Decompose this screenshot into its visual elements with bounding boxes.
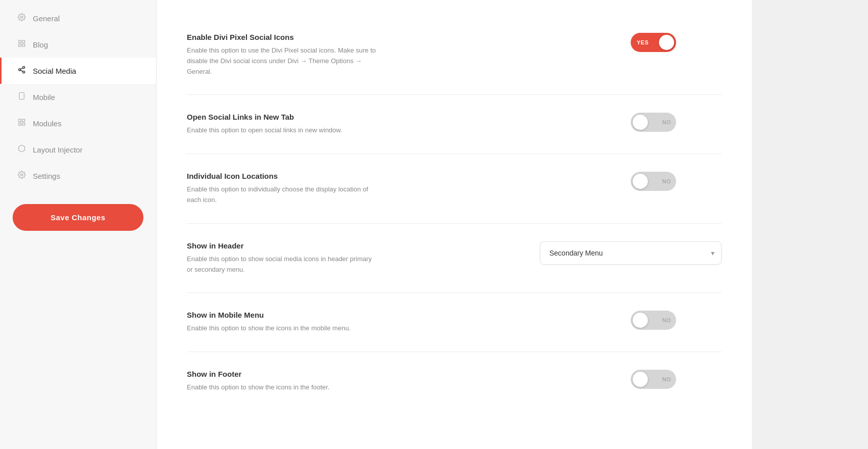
svg-point-16 bbox=[21, 174, 23, 176]
sidebar-item-settings[interactable]: Settings bbox=[0, 163, 156, 189]
setting-row-show-in-footer: Show in Footer Enable this option to sho… bbox=[187, 352, 722, 411]
svg-line-8 bbox=[21, 70, 23, 72]
setting-description-show-in-mobile-menu: Enable this option to show the icons in … bbox=[187, 323, 379, 334]
svg-point-6 bbox=[19, 69, 21, 71]
setting-label-show-in-mobile-menu: Show in Mobile Menu Enable this option t… bbox=[187, 311, 399, 334]
svg-point-7 bbox=[23, 71, 25, 73]
svg-rect-15 bbox=[19, 123, 21, 125]
sidebar-item-blog[interactable]: Blog bbox=[0, 31, 156, 58]
sidebar: General Blog Social Media Mobile Modules… bbox=[0, 0, 157, 449]
setting-row-show-in-mobile-menu: Show in Mobile Menu Enable this option t… bbox=[187, 293, 722, 352]
sidebar-item-label: Layout Injector bbox=[33, 145, 82, 154]
sidebar-item-label: General bbox=[33, 14, 60, 23]
toggle-individual-icon-locations[interactable]: NO bbox=[631, 172, 676, 191]
right-panel bbox=[752, 0, 868, 449]
setting-title-show-in-header: Show in Header bbox=[187, 241, 379, 250]
mobile-icon bbox=[17, 92, 27, 102]
sidebar-item-label: Settings bbox=[33, 172, 60, 180]
toggle-knob-open-social-links-new-tab bbox=[633, 115, 648, 130]
toggle-knob-individual-icon-locations bbox=[633, 174, 648, 189]
save-button-container: Save Changes bbox=[13, 204, 143, 231]
svg-rect-4 bbox=[19, 44, 21, 46]
social-media-icon bbox=[17, 66, 27, 76]
dropdown-show-in-header[interactable]: Primary MenuSecondary MenuBothNone bbox=[540, 241, 722, 265]
setting-control-show-in-header: Primary MenuSecondary MenuBothNone ▾ bbox=[540, 241, 722, 265]
general-icon bbox=[17, 13, 27, 23]
setting-title-open-social-links-new-tab: Open Social Links in New Tab bbox=[187, 113, 379, 121]
toggle-show-in-footer[interactable]: NO bbox=[631, 370, 676, 389]
toggle-label-show-in-footer: NO bbox=[662, 376, 672, 382]
setting-description-individual-icon-locations: Enable this option to individually choos… bbox=[187, 184, 379, 206]
toggle-label-enable-social-icons: YES bbox=[637, 39, 649, 45]
setting-title-individual-icon-locations: Individual Icon Locations bbox=[187, 172, 379, 180]
settings-icon bbox=[17, 171, 27, 181]
sidebar-item-general[interactable]: General bbox=[0, 5, 156, 31]
svg-line-9 bbox=[21, 68, 23, 69]
sidebar-item-modules[interactable]: Modules bbox=[0, 110, 156, 136]
sidebar-item-mobile[interactable]: Mobile bbox=[0, 84, 156, 110]
setting-label-open-social-links-new-tab: Open Social Links in New Tab Enable this… bbox=[187, 113, 399, 136]
setting-description-show-in-footer: Enable this option to show the icons in … bbox=[187, 382, 379, 393]
setting-title-enable-social-icons: Enable Divi Pixel Social Icons bbox=[187, 33, 379, 41]
setting-title-show-in-mobile-menu: Show in Mobile Menu bbox=[187, 311, 379, 319]
setting-control-open-social-links-new-tab: NO bbox=[631, 113, 722, 132]
toggle-label-open-social-links-new-tab: NO bbox=[662, 119, 672, 125]
setting-title-show-in-footer: Show in Footer bbox=[187, 370, 379, 378]
toggle-label-show-in-mobile-menu: NO bbox=[662, 317, 672, 323]
setting-row-individual-icon-locations: Individual Icon Locations Enable this op… bbox=[187, 154, 722, 224]
toggle-open-social-links-new-tab[interactable]: NO bbox=[631, 113, 676, 132]
sidebar-item-label: Blog bbox=[33, 40, 48, 49]
svg-rect-10 bbox=[19, 92, 24, 99]
setting-control-enable-social-icons: YES bbox=[631, 33, 722, 52]
layout-injector-icon bbox=[17, 144, 27, 155]
dropdown-wrapper-show-in-header: Primary MenuSecondary MenuBothNone ▾ bbox=[540, 241, 722, 265]
sidebar-item-label: Mobile bbox=[33, 93, 55, 102]
toggle-label-individual-icon-locations: NO bbox=[662, 178, 672, 184]
blog-icon bbox=[17, 39, 27, 49]
setting-control-show-in-footer: NO bbox=[631, 370, 722, 389]
setting-control-individual-icon-locations: NO bbox=[631, 172, 722, 191]
svg-rect-12 bbox=[19, 119, 21, 122]
sidebar-item-layout-injector[interactable]: Layout Injector bbox=[0, 136, 156, 163]
sidebar-item-label: Modules bbox=[33, 119, 62, 128]
toggle-show-in-mobile-menu[interactable]: NO bbox=[631, 311, 676, 330]
sidebar-nav: General Blog Social Media Mobile Modules… bbox=[0, 5, 156, 189]
setting-label-show-in-header: Show in Header Enable this option to sho… bbox=[187, 241, 399, 275]
svg-rect-3 bbox=[22, 44, 25, 46]
toggle-knob-enable-social-icons bbox=[659, 35, 674, 50]
setting-description-enable-social-icons: Enable this option to use the Divi Pixel… bbox=[187, 45, 379, 77]
main-content: Enable Divi Pixel Social Icons Enable th… bbox=[157, 0, 752, 449]
setting-label-individual-icon-locations: Individual Icon Locations Enable this op… bbox=[187, 172, 399, 206]
setting-row-enable-social-icons: Enable Divi Pixel Social Icons Enable th… bbox=[187, 15, 722, 95]
setting-row-show-in-header: Show in Header Enable this option to sho… bbox=[187, 224, 722, 293]
svg-point-5 bbox=[23, 66, 25, 68]
setting-label-enable-social-icons: Enable Divi Pixel Social Icons Enable th… bbox=[187, 33, 399, 77]
svg-rect-14 bbox=[22, 123, 25, 125]
setting-description-show-in-header: Enable this option to show social media … bbox=[187, 254, 379, 275]
sidebar-item-social-media[interactable]: Social Media bbox=[0, 58, 156, 84]
toggle-knob-show-in-mobile-menu bbox=[633, 313, 648, 328]
svg-rect-1 bbox=[19, 40, 21, 43]
setting-row-open-social-links-new-tab: Open Social Links in New Tab Enable this… bbox=[187, 95, 722, 154]
setting-label-show-in-footer: Show in Footer Enable this option to sho… bbox=[187, 370, 399, 393]
toggle-enable-social-icons[interactable]: YES bbox=[631, 33, 676, 52]
setting-description-open-social-links-new-tab: Enable this option to open social links … bbox=[187, 125, 379, 136]
sidebar-item-label: Social Media bbox=[33, 67, 76, 75]
svg-point-0 bbox=[21, 16, 23, 18]
toggle-knob-show-in-footer bbox=[633, 372, 648, 387]
svg-rect-13 bbox=[22, 119, 25, 122]
setting-control-show-in-mobile-menu: NO bbox=[631, 311, 722, 330]
svg-rect-2 bbox=[22, 40, 25, 43]
save-changes-button[interactable]: Save Changes bbox=[13, 204, 143, 231]
modules-icon bbox=[17, 118, 27, 128]
